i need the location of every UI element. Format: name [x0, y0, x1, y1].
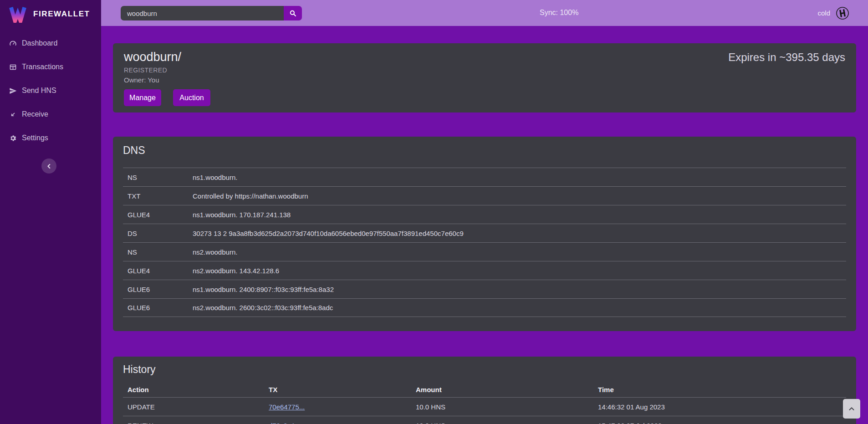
- dns-title: DNS: [123, 144, 846, 157]
- dns-record-row: GLUE6 ns2.woodburn. 2600:3c02::f03c:93ff…: [123, 298, 846, 317]
- sidebar-item-label: Send HNS: [22, 87, 56, 95]
- handshake-logo-icon: [836, 6, 849, 20]
- brand: FIREWALLET: [0, 0, 101, 23]
- dns-record-type: GLUE6: [123, 286, 188, 293]
- brand-name: FIREWALLET: [33, 10, 90, 19]
- scroll-to-top-button[interactable]: [843, 399, 860, 419]
- dns-record-type: GLUE4: [123, 267, 188, 275]
- search-input[interactable]: [121, 6, 284, 20]
- history-action: RENEW: [123, 422, 264, 424]
- gear-icon: [9, 134, 17, 142]
- history-time: 14:46:32 01 Aug 2023: [593, 403, 846, 411]
- history-row: UPDATE 70e64775... 10.0 HNS 14:46:32 01 …: [123, 398, 846, 416]
- history-row: RENEW d72c3c4... 10.0 HNS 15:47:06 07 Ju…: [123, 416, 846, 424]
- dns-record-value: 30273 13 2 9a3a8fb3d625d2a2073d740f10da6…: [188, 230, 846, 237]
- dashboard-gauge-icon: [9, 40, 17, 47]
- search-group: [121, 6, 302, 20]
- sidebar-item-send-hns[interactable]: Send HNS: [0, 79, 101, 102]
- history-amount: 10.0 HNS: [411, 403, 593, 411]
- wallet-name: cold: [817, 9, 830, 17]
- sidebar-item-transactions[interactable]: Transactions: [0, 55, 101, 79]
- dns-record-row: DS 30273 13 2 9a3a8fb3d625d2a2073d740f10…: [123, 224, 846, 242]
- history-title: History: [123, 363, 846, 376]
- dns-record-row: TXT Controlled by https://nathan.woodbur…: [123, 186, 846, 205]
- history-table-header: Action TX Amount Time: [123, 382, 846, 398]
- expires-label: Expires in ~395.35 days: [728, 51, 845, 64]
- domain-actions: Manage Auction: [124, 89, 845, 106]
- domain-owner: Owner: You: [124, 76, 845, 84]
- column-amount: Amount: [411, 386, 593, 393]
- dns-record-row: GLUE6 ns1.woodburn. 2400:8907::f03c:93ff…: [123, 280, 846, 298]
- sidebar-item-label: Dashboard: [22, 39, 57, 47]
- transactions-table-icon: [9, 63, 17, 71]
- sidebar-item-label: Settings: [22, 134, 48, 142]
- column-time: Time: [593, 386, 846, 393]
- dns-record-value: ns1.woodburn.: [188, 174, 846, 181]
- chevron-up-icon: [848, 405, 856, 413]
- chevron-left-icon: [46, 163, 53, 170]
- dns-record-value: ns1.woodburn. 2400:8907::f03c:93ff:fe5a:…: [188, 286, 846, 293]
- wallet-selector[interactable]: cold: [817, 0, 849, 26]
- dns-record-row: GLUE4 ns2.woodburn. 143.42.128.6: [123, 261, 846, 280]
- domain-status: REGISTERED: [124, 66, 845, 74]
- column-tx: TX: [264, 386, 411, 393]
- sidebar-item-settings[interactable]: Settings: [0, 126, 101, 150]
- search-icon: [289, 9, 297, 17]
- receive-arrow-icon: [9, 111, 17, 118]
- tx-link[interactable]: 70e64775...: [269, 403, 305, 411]
- column-action: Action: [123, 386, 264, 393]
- dns-record-type: NS: [123, 248, 188, 256]
- sidebar-nav: Dashboard Transactions Send HNS Receive …: [0, 31, 101, 150]
- history-action: UPDATE: [123, 403, 264, 411]
- dns-table: NS ns1.woodburn. TXT Controlled by https…: [123, 168, 846, 317]
- history-time: 15:47:06 07 Jul 2023: [593, 422, 846, 424]
- dns-card: DNS NS ns1.woodburn. TXT Controlled by h…: [113, 137, 856, 331]
- dns-record-type: TXT: [123, 192, 188, 200]
- history-card: History Action TX Amount Time UPDATE 70e…: [113, 357, 856, 424]
- sidebar-item-label: Receive: [22, 110, 48, 118]
- sidebar-item-dashboard[interactable]: Dashboard: [0, 31, 101, 55]
- manage-button[interactable]: Manage: [124, 89, 161, 106]
- tx-link[interactable]: d72c3c4...: [269, 422, 300, 424]
- firewallet-logo-icon: [8, 5, 27, 23]
- sidebar-item-label: Transactions: [22, 63, 63, 71]
- dns-record-row: NS ns2.woodburn.: [123, 242, 846, 261]
- dns-record-type: GLUE4: [123, 211, 188, 219]
- dns-record-type: GLUE6: [123, 304, 188, 312]
- send-plane-icon: [9, 87, 17, 95]
- topbar: Sync: 100% cold: [101, 0, 868, 26]
- dns-record-type: NS: [123, 174, 188, 181]
- dns-record-value: ns2.woodburn. 143.42.128.6: [188, 267, 846, 275]
- dns-record-value: Controlled by https://nathan.woodburn: [188, 192, 846, 200]
- dns-record-value: ns2.woodburn.: [188, 248, 846, 256]
- main-content: woodburn/ REGISTERED Owner: You Manage A…: [101, 26, 868, 424]
- sidebar-item-receive[interactable]: Receive: [0, 102, 101, 126]
- search-button[interactable]: [284, 6, 302, 20]
- dns-record-type: DS: [123, 230, 188, 237]
- dns-record-value: ns2.woodburn. 2600:3c02::f03c:93ff:fe5a:…: [188, 304, 846, 312]
- history-amount: 10.0 HNS: [411, 422, 593, 424]
- dns-record-value: ns1.woodburn. 170.187.241.138: [188, 211, 846, 219]
- auction-button[interactable]: Auction: [173, 89, 210, 106]
- domain-card: woodburn/ REGISTERED Owner: You Manage A…: [113, 43, 856, 112]
- sidebar-collapse-button[interactable]: [41, 158, 56, 174]
- sidebar: FIREWALLET Dashboard Transactions Send H…: [0, 0, 101, 424]
- dns-record-row: NS ns1.woodburn.: [123, 168, 846, 186]
- sync-status: Sync: 100%: [540, 9, 578, 17]
- dns-record-row: GLUE4 ns1.woodburn. 170.187.241.138: [123, 205, 846, 224]
